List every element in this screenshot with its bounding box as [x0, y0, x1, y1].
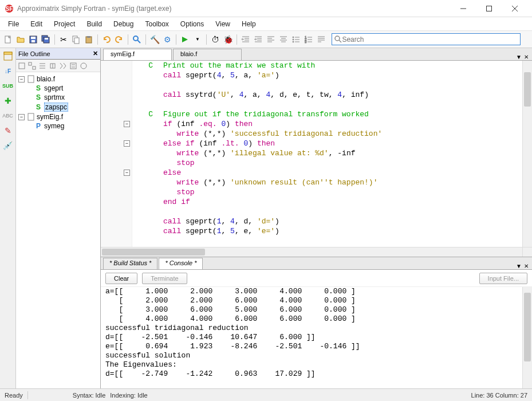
tree-sub-zapspc[interactable]: S zapspc — [17, 102, 99, 112]
maximize-button[interactable] — [476, 0, 502, 17]
tabs-close-icon[interactable]: ✕ — [524, 54, 529, 60]
tree-sub-symeg[interactable]: P symeg — [17, 121, 99, 131]
outline-close-icon[interactable]: ✕ — [93, 50, 98, 57]
new-file-icon[interactable] — [2, 34, 14, 45]
outline-tool-7[interactable] — [79, 61, 88, 70]
open-folder-icon[interactable] — [15, 34, 26, 45]
menu-toolbox[interactable]: Toolbox — [139, 18, 174, 30]
code-content[interactable]: CPrint out the matrix we start with call… — [132, 61, 522, 247]
tree-sub-sgeprt[interactable]: S sgeprt — [17, 84, 99, 93]
build-icon[interactable]: 🔨 — [149, 34, 160, 45]
fold-marker[interactable]: − — [124, 140, 130, 147]
menu-view[interactable]: View — [210, 18, 236, 30]
settings-icon[interactable]: ⚙ — [161, 34, 173, 45]
list-icon[interactable] — [290, 34, 302, 45]
tree-label: sprtmx — [44, 93, 65, 101]
svg-point-39 — [293, 41, 294, 42]
editor-tab-symeig[interactable]: symEig.f — [103, 49, 172, 60]
vertical-scrollbar[interactable] — [522, 61, 532, 247]
input-file-button[interactable]: Input File... — [479, 273, 527, 284]
menu-build[interactable]: Build — [81, 18, 108, 30]
paste-icon[interactable] — [83, 34, 94, 45]
fold-marker[interactable]: − — [124, 170, 130, 176]
tree-collapse-icon[interactable]: − — [18, 76, 25, 82]
run-icon[interactable] — [179, 34, 191, 45]
search-box[interactable] — [332, 33, 521, 45]
comment-icon[interactable] — [316, 34, 327, 45]
tree-label: sgeprt — [44, 84, 63, 92]
menu-file[interactable]: File — [2, 18, 25, 30]
menu-debug[interactable]: Debug — [108, 18, 139, 30]
close-button[interactable] — [502, 0, 527, 17]
numbered-list-icon[interactable]: 123 — [303, 34, 314, 45]
timer-icon[interactable]: ⏱ — [210, 34, 221, 45]
status-indexing: Indexing: Idle — [110, 392, 147, 399]
tree-label: symEig.f — [37, 113, 63, 121]
minimize-button[interactable] — [450, 0, 476, 17]
terminate-button[interactable]: Terminate — [142, 273, 187, 284]
svg-rect-12 — [45, 38, 48, 40]
eyedropper-panel-icon[interactable]: 💉 — [2, 140, 14, 151]
fold-marker[interactable]: − — [124, 121, 130, 127]
file-icon — [27, 113, 35, 121]
svg-point-17 — [133, 36, 138, 41]
outline-tool-5[interactable] — [58, 61, 68, 70]
save-all-icon[interactable] — [40, 34, 52, 45]
indent-right-icon[interactable] — [253, 34, 264, 45]
editor-tab-blaio[interactable]: blaio.f — [173, 49, 242, 60]
subroutine-icon: S — [34, 93, 42, 101]
console-scrollbar[interactable] — [522, 287, 532, 388]
tree-file-symeig[interactable]: − symEig.f — [17, 112, 99, 121]
svg-rect-57 — [33, 66, 36, 69]
tabs-dropdown-icon[interactable]: ▼ — [516, 54, 522, 60]
outline-tool-4[interactable] — [48, 61, 57, 70]
editor-tab-bar: symEig.f blaio.f ▼ ✕ — [101, 48, 532, 61]
clear-button[interactable]: Clear — [105, 273, 137, 284]
bottom-tab-bar: * Build Status * * Console * ▼ ✕ — [101, 257, 532, 270]
subroutine-icon: S — [34, 103, 42, 111]
menu-edit[interactable]: Edit — [25, 18, 48, 30]
title-bar: SF Approximatrix Simply Fortran - symEig… — [0, 0, 532, 17]
horizontal-scrollbar[interactable] — [101, 247, 532, 257]
align-center-icon[interactable] — [278, 34, 289, 45]
tree-sub-sprtmx[interactable]: S sprtmx — [17, 93, 99, 102]
outline-tool-1[interactable] — [17, 61, 26, 70]
cut-icon[interactable]: ✂ — [58, 34, 69, 45]
save-icon[interactable] — [27, 34, 39, 45]
bug-icon[interactable]: 🐞 — [222, 34, 234, 45]
menu-help[interactable]: Help — [236, 18, 262, 30]
svg-rect-63 — [70, 63, 76, 69]
copy-icon[interactable] — [70, 34, 82, 45]
search-icon[interactable] — [131, 34, 143, 45]
tab-build-status[interactable]: * Build Status * — [103, 258, 157, 269]
align-left-icon[interactable] — [265, 34, 277, 45]
code-editor[interactable]: − − − CPrint out the matrix we start wit… — [101, 61, 532, 247]
menu-project[interactable]: Project — [48, 18, 81, 30]
bottom-tabs-close-icon[interactable]: ✕ — [524, 263, 529, 269]
pencil-panel-icon[interactable]: ✎ — [2, 125, 14, 136]
tree-collapse-icon[interactable]: − — [18, 114, 25, 120]
menu-bar: File Edit Project Build Debug Toolbox Op… — [0, 17, 532, 31]
outline-tool-2[interactable] — [27, 61, 37, 70]
app-icon: SF — [5, 4, 14, 13]
sub-panel-icon[interactable]: SUB — [2, 80, 14, 92]
search-input[interactable] — [342, 36, 518, 44]
outline-tool-3[interactable] — [38, 61, 47, 70]
abc-panel-icon[interactable]: ABC — [2, 110, 14, 121]
modules-panel-icon[interactable]: ✚ — [2, 95, 14, 107]
bottom-tabs-dropdown-icon[interactable]: ▼ — [516, 263, 522, 269]
status-syntax: Syntax: Idle — [73, 392, 105, 399]
project-panel-icon[interactable] — [2, 50, 14, 62]
outline-panel-icon[interactable]: ↓F — [2, 65, 14, 77]
tree-label: zapspc — [44, 103, 68, 112]
svg-rect-14 — [74, 38, 79, 44]
run-dropdown-icon[interactable]: ▼ — [192, 34, 203, 45]
undo-icon[interactable] — [101, 34, 112, 45]
outline-tool-6[interactable] — [69, 61, 78, 70]
tree-file-blaio[interactable]: − blaio.f — [17, 74, 99, 84]
svg-text:SF: SF — [6, 6, 13, 12]
menu-options[interactable]: Options — [175, 18, 210, 30]
indent-left-icon[interactable] — [240, 34, 251, 45]
redo-icon[interactable] — [113, 34, 125, 45]
tab-console[interactable]: * Console * — [159, 258, 203, 269]
